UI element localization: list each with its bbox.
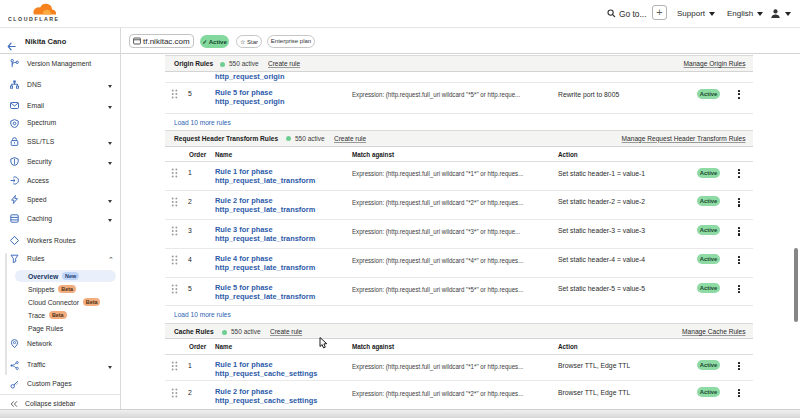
svg-text:CLOUDFLARE: CLOUDFLARE [8,16,60,22]
